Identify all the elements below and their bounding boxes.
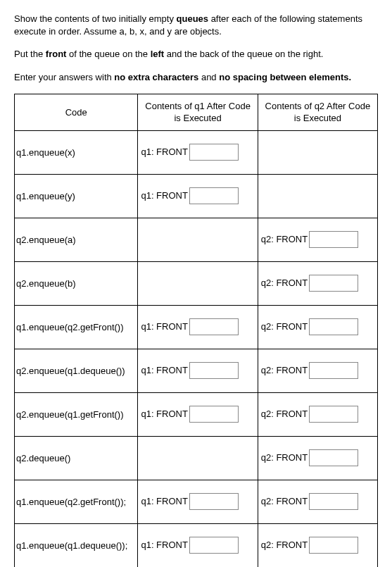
q1-answer-input[interactable] bbox=[189, 493, 239, 510]
q1-cell bbox=[138, 261, 258, 305]
q1-cell bbox=[138, 218, 258, 261]
q2-cell: q2: FRONT bbox=[258, 218, 377, 261]
q2-front-label: q2: FRONT bbox=[261, 452, 308, 463]
table-row: q1.enqueue(x)q1: FRONT bbox=[15, 130, 378, 174]
instruction-line-2: Put the front of the queue on the left a… bbox=[14, 48, 378, 61]
q1-answer-input[interactable] bbox=[189, 144, 239, 161]
q2-cell: q2: FRONT bbox=[258, 523, 377, 567]
queue-table: Code Contents of q1 After Code is Execut… bbox=[14, 94, 378, 567]
instruction-line-3: Enter your answers with no extra charact… bbox=[14, 71, 378, 84]
table-row: q2.enqueue(a)q2: FRONT bbox=[15, 218, 378, 261]
q1-cell: q1: FRONT bbox=[138, 130, 258, 174]
table-row: q1.enqueue(q2.getFront())q1: FRONTq2: FR… bbox=[15, 305, 378, 349]
q1-cell: q1: FRONT bbox=[138, 349, 258, 392]
q1-cell: q1: FRONT bbox=[138, 174, 258, 218]
code-cell: q1.enqueue(x) bbox=[15, 130, 138, 174]
q2-cell: q2: FRONT bbox=[258, 305, 377, 349]
table-row: q1.enqueue(q1.dequeue());q1: FRONTq2: FR… bbox=[15, 523, 378, 567]
table-row: q1.enqueue(y)q1: FRONT bbox=[15, 174, 378, 218]
code-cell: q2.dequeue() bbox=[15, 436, 138, 480]
bold-text: no extra characters bbox=[114, 72, 198, 82]
bold-text: left bbox=[151, 49, 165, 59]
q2-answer-input[interactable] bbox=[309, 362, 358, 379]
q2-front-label: q2: FRONT bbox=[261, 496, 308, 506]
code-cell: q1.enqueue(y) bbox=[15, 174, 138, 218]
q2-front-label: q2: FRONT bbox=[261, 278, 308, 288]
table-row: q2.enqueue(b)q2: FRONT bbox=[15, 261, 378, 305]
q2-answer-input[interactable] bbox=[309, 537, 358, 554]
code-cell: q2.enqueue(q1.getFront()) bbox=[15, 392, 138, 436]
q1-front-label: q1: FRONT bbox=[141, 365, 187, 375]
q2-answer-input[interactable] bbox=[309, 493, 358, 510]
code-cell: q2.enqueue(a) bbox=[15, 218, 138, 261]
q1-front-label: q1: FRONT bbox=[141, 540, 187, 550]
q2-answer-input[interactable] bbox=[309, 275, 358, 292]
q2-answer-input[interactable] bbox=[309, 406, 358, 423]
q1-front-label: q1: FRONT bbox=[141, 409, 187, 419]
q2-answer-input[interactable] bbox=[309, 449, 358, 466]
header-q2: Contents of q2 After Code is Executed bbox=[258, 94, 377, 130]
q2-front-label: q2: FRONT bbox=[261, 540, 308, 550]
table-row: q2.enqueue(q1.getFront())q1: FRONTq2: FR… bbox=[15, 392, 378, 436]
q2-cell: q2: FRONT bbox=[258, 480, 377, 523]
q1-answer-input[interactable] bbox=[189, 537, 239, 554]
text: Show the contents of two initially empty bbox=[14, 13, 177, 24]
text: and bbox=[198, 72, 219, 82]
code-cell: q1.enqueue(q2.getFront()); bbox=[15, 480, 138, 523]
table-row: q2.enqueue(q1.dequeue())q1: FRONTq2: FRO… bbox=[15, 349, 378, 392]
table-row: q1.enqueue(q2.getFront());q1: FRONTq2: F… bbox=[15, 480, 378, 523]
code-cell: q1.enqueue(q1.dequeue()); bbox=[15, 523, 138, 567]
q1-front-label: q1: FRONT bbox=[141, 147, 187, 157]
instructions: Show the contents of two initially empty… bbox=[14, 13, 378, 84]
q1-answer-input[interactable] bbox=[189, 406, 239, 423]
instruction-line-1: Show the contents of two initially empty… bbox=[14, 13, 378, 38]
bold-text: no spacing between elements. bbox=[219, 72, 351, 82]
q2-cell bbox=[258, 130, 377, 174]
q2-cell bbox=[258, 174, 377, 218]
q2-cell: q2: FRONT bbox=[258, 436, 377, 480]
q1-front-label: q1: FRONT bbox=[141, 190, 187, 201]
q1-answer-input[interactable] bbox=[189, 318, 239, 335]
q2-cell: q2: FRONT bbox=[258, 392, 377, 436]
q1-front-label: q1: FRONT bbox=[141, 321, 187, 332]
q2-front-label: q2: FRONT bbox=[261, 234, 308, 244]
q1-cell: q1: FRONT bbox=[138, 480, 258, 523]
q1-cell bbox=[138, 436, 258, 480]
q2-front-label: q2: FRONT bbox=[261, 365, 308, 375]
code-cell: q2.enqueue(q1.dequeue()) bbox=[15, 349, 138, 392]
code-cell: q1.enqueue(q2.getFront()) bbox=[15, 305, 138, 349]
q1-answer-input[interactable] bbox=[189, 362, 239, 379]
q2-answer-input[interactable] bbox=[309, 231, 358, 248]
q2-front-label: q2: FRONT bbox=[261, 321, 308, 332]
text: Enter your answers with bbox=[14, 72, 114, 82]
q1-cell: q1: FRONT bbox=[138, 523, 258, 567]
bold-text: front bbox=[46, 49, 67, 59]
q1-front-label: q1: FRONT bbox=[141, 496, 187, 506]
q2-cell: q2: FRONT bbox=[258, 349, 377, 392]
text: Put the bbox=[14, 49, 46, 59]
header-code: Code bbox=[15, 94, 138, 130]
q2-front-label: q2: FRONT bbox=[261, 409, 308, 419]
q1-cell: q1: FRONT bbox=[138, 392, 258, 436]
text: of the queue on the bbox=[66, 49, 150, 59]
code-cell: q2.enqueue(b) bbox=[15, 261, 138, 305]
table-row: q2.dequeue()q2: FRONT bbox=[15, 436, 378, 480]
header-q1: Contents of q1 After Code is Executed bbox=[138, 94, 258, 130]
q2-answer-input[interactable] bbox=[309, 318, 358, 335]
q2-cell: q2: FRONT bbox=[258, 261, 377, 305]
q1-cell: q1: FRONT bbox=[138, 305, 258, 349]
text: and the back of the queue on the right. bbox=[164, 49, 323, 59]
q1-answer-input[interactable] bbox=[189, 187, 239, 204]
bold-text: queues bbox=[177, 13, 209, 24]
